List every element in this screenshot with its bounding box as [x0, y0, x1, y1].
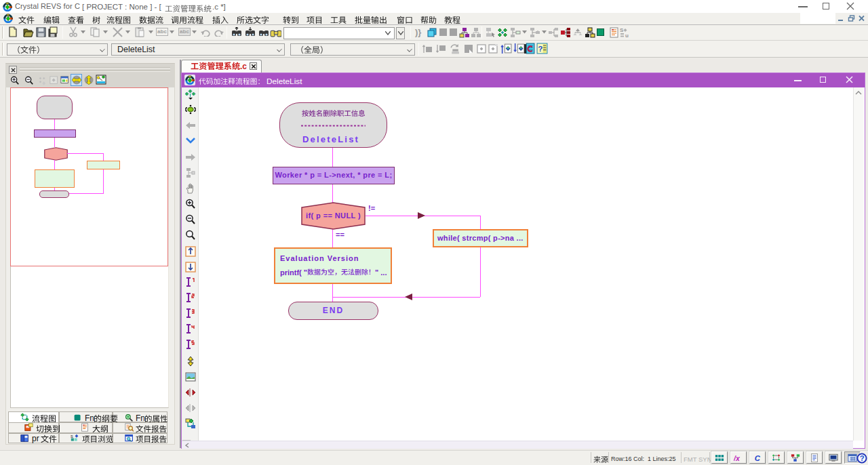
svg-text:S: S — [71, 434, 73, 438]
svg-text:u: u — [625, 33, 629, 38]
svg-text:?: ? — [538, 44, 542, 53]
svg-text:C: C — [755, 454, 761, 462]
svg-text:?: ? — [860, 454, 865, 462]
svg-text:/x: /x — [734, 454, 741, 462]
svg-text:S: S — [620, 27, 624, 33]
